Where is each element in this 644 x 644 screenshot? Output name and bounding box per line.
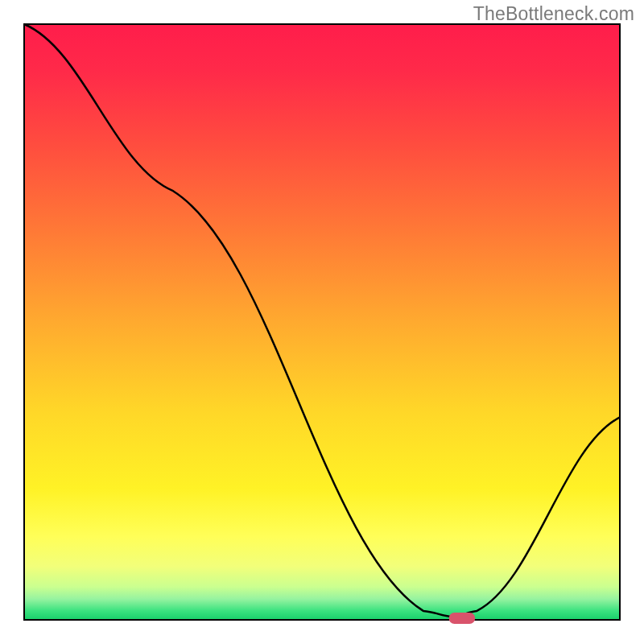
bottleneck-chart (0, 0, 644, 644)
chart-container: TheBottleneck.com (0, 0, 644, 644)
optimal-range-marker (449, 613, 476, 624)
chart-background-gradient (24, 24, 620, 620)
watermark-text: TheBottleneck.com (473, 3, 634, 25)
